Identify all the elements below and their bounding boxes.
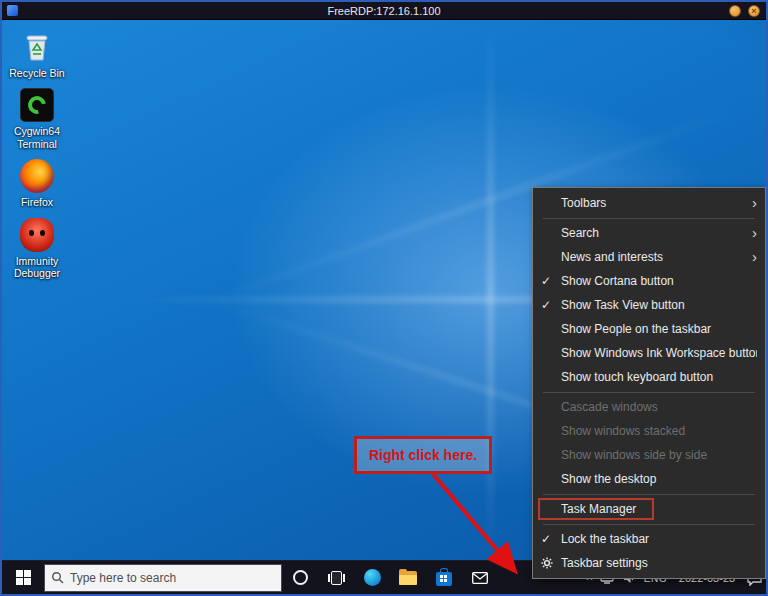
file-explorer-taskbar-button[interactable]: [390, 561, 426, 595]
window-title: FreeRDP:172.16.1.100: [2, 2, 766, 20]
windows-logo-icon: [16, 570, 31, 585]
check-icon: ✓: [541, 274, 561, 288]
menu-item-toolbars[interactable]: Toolbars ›: [533, 191, 765, 215]
close-button[interactable]: ×: [748, 5, 760, 17]
menu-item-show-windows-stacked: Show windows stacked: [533, 419, 765, 443]
desktop-icon-label: Firefox: [8, 196, 66, 208]
menu-separator: [543, 524, 755, 525]
recycle-bin-icon: [20, 30, 54, 64]
cortana-icon: [293, 570, 308, 585]
freerdp-window: FreeRDP:172.16.1.100 × Recycle Bin: [0, 0, 768, 596]
title-bar[interactable]: FreeRDP:172.16.1.100 ×: [2, 2, 766, 20]
folder-icon: [399, 571, 417, 585]
menu-item-show-windows-side-by-side: Show windows side by side: [533, 443, 765, 467]
check-icon: ✓: [541, 298, 561, 312]
menu-item-lock-the-taskbar[interactable]: ✓ Lock the taskbar: [533, 527, 765, 551]
task-view-button[interactable]: [318, 561, 354, 595]
menu-item-show-ink-workspace-button[interactable]: Show Windows Ink Workspace button: [533, 341, 765, 365]
firefox-icon: [20, 159, 54, 193]
menu-separator: [543, 494, 755, 495]
menu-item-search[interactable]: Search ›: [533, 221, 765, 245]
menu-item-task-manager[interactable]: Task Manager: [533, 497, 765, 521]
menu-separator: [543, 392, 755, 393]
desktop-icon-label: Immunity Debugger: [8, 255, 66, 280]
menu-item-news-and-interests[interactable]: News and interests ›: [533, 245, 765, 269]
check-icon: ✓: [541, 532, 561, 546]
taskbar-context-menu: Toolbars › Search › News and interests ›…: [532, 187, 766, 579]
wallpaper-beam: [489, 20, 492, 560]
cortana-button[interactable]: [282, 561, 318, 595]
task-view-icon: [328, 571, 345, 585]
mail-taskbar-button[interactable]: [462, 561, 498, 595]
menu-item-taskbar-settings[interactable]: Taskbar settings: [533, 551, 765, 575]
annotation-box: Right click here.: [354, 436, 492, 474]
gear-icon: [541, 556, 561, 570]
menu-item-show-cortana-button[interactable]: ✓ Show Cortana button: [533, 269, 765, 293]
desktop-icon-recycle-bin[interactable]: Recycle Bin: [8, 30, 66, 79]
immunity-debugger-icon: [20, 218, 54, 252]
store-icon: [436, 572, 452, 586]
submenu-chevron-icon: ›: [745, 251, 757, 263]
desktop-icon-label: Cygwin64 Terminal: [8, 125, 66, 150]
edge-icon: [364, 569, 381, 586]
desktop-icon-column: Recycle Bin Cygwin64 Terminal Firefox Im…: [8, 30, 66, 288]
store-taskbar-button[interactable]: [426, 561, 462, 595]
menu-item-show-the-desktop[interactable]: Show the desktop: [533, 467, 765, 491]
search-input[interactable]: [70, 571, 275, 585]
annotation-text: Right click here.: [369, 447, 477, 463]
cygwin-terminal-icon: [20, 88, 54, 122]
start-button[interactable]: [2, 561, 44, 595]
desktop-icon-firefox[interactable]: Firefox: [8, 159, 66, 208]
mail-icon: [472, 572, 488, 584]
menu-item-show-people-on-taskbar[interactable]: Show People on the taskbar: [533, 317, 765, 341]
taskbar-search-box[interactable]: [44, 564, 282, 592]
edge-taskbar-button[interactable]: [354, 561, 390, 595]
menu-item-cascade-windows: Cascade windows: [533, 395, 765, 419]
search-icon: [51, 571, 64, 584]
submenu-chevron-icon: ›: [745, 197, 757, 209]
desktop-icon-label: Recycle Bin: [8, 67, 66, 79]
menu-item-show-task-view-button[interactable]: ✓ Show Task View button: [533, 293, 765, 317]
menu-item-show-touch-keyboard-button[interactable]: Show touch keyboard button: [533, 365, 765, 389]
minimize-button[interactable]: [729, 5, 741, 17]
submenu-chevron-icon: ›: [745, 227, 757, 239]
desktop-icon-immunity-debugger[interactable]: Immunity Debugger: [8, 218, 66, 280]
desktop-icon-cygwin64-terminal[interactable]: Cygwin64 Terminal: [8, 88, 66, 150]
menu-separator: [543, 218, 755, 219]
